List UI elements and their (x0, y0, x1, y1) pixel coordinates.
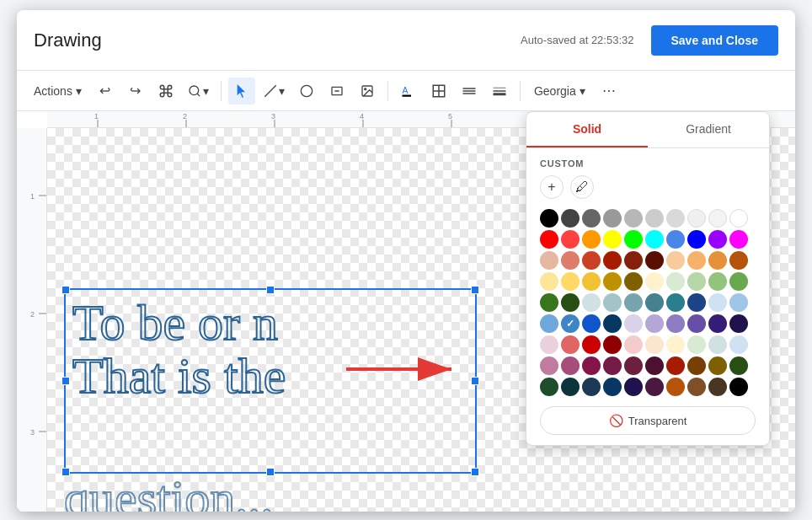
color-swatch[interactable] (687, 356, 706, 375)
redo-button[interactable]: ↪ (122, 78, 149, 105)
color-swatch[interactable] (603, 209, 622, 228)
color-swatch[interactable] (666, 209, 685, 228)
actions-button[interactable]: Actions ▾ (27, 81, 88, 101)
select-tool-button[interactable] (228, 78, 255, 105)
color-swatch[interactable] (582, 378, 601, 396)
color-swatch[interactable] (561, 293, 580, 312)
color-swatch[interactable] (708, 272, 727, 291)
color-swatch[interactable] (603, 251, 622, 270)
color-swatch[interactable] (645, 335, 664, 354)
color-swatch[interactable] (729, 314, 748, 333)
tab-gradient[interactable]: Gradient (648, 112, 769, 147)
color-swatch[interactable] (561, 272, 580, 291)
handle-tm[interactable] (266, 286, 275, 294)
image-tool-button[interactable] (354, 78, 381, 105)
color-swatch[interactable] (645, 314, 664, 333)
color-swatch[interactable] (561, 314, 580, 333)
tab-solid[interactable]: Solid (526, 112, 648, 147)
textbox-tool-button[interactable] (323, 78, 350, 105)
color-swatch[interactable] (645, 356, 664, 375)
color-swatch[interactable] (582, 335, 601, 354)
handle-br[interactable] (471, 468, 479, 476)
line-tool-dropdown[interactable]: ▾ (259, 81, 290, 101)
color-swatch[interactable] (729, 209, 748, 228)
handle-tl[interactable] (61, 286, 70, 294)
color-swatch[interactable] (708, 335, 727, 354)
color-swatch[interactable] (666, 272, 685, 291)
color-swatch[interactable] (666, 230, 685, 249)
color-swatch[interactable] (603, 293, 622, 312)
color-swatch[interactable] (708, 356, 727, 375)
color-swatch[interactable] (624, 209, 643, 228)
color-swatch[interactable] (582, 209, 601, 228)
color-swatch[interactable] (687, 335, 706, 354)
color-swatch[interactable] (582, 230, 601, 249)
border-weight-button[interactable] (486, 78, 513, 105)
color-swatch[interactable] (603, 230, 622, 249)
color-swatch[interactable] (708, 230, 727, 249)
color-swatch[interactable] (582, 293, 601, 312)
color-swatch[interactable] (666, 314, 685, 333)
color-swatch[interactable] (624, 272, 643, 291)
eyedropper-button[interactable]: 🖊 (570, 175, 594, 199)
color-swatch[interactable] (561, 356, 580, 375)
color-swatch[interactable] (582, 272, 601, 291)
color-swatch[interactable] (540, 251, 558, 270)
line-style-button[interactable] (456, 78, 483, 105)
color-swatch[interactable] (729, 335, 748, 354)
color-swatch[interactable] (645, 209, 664, 228)
color-swatch[interactable] (729, 293, 748, 312)
color-swatch[interactable] (624, 293, 643, 312)
color-swatch[interactable] (603, 335, 622, 354)
color-swatch[interactable] (729, 356, 748, 375)
color-swatch[interactable] (666, 293, 685, 312)
more-options-button[interactable]: ⋯ (596, 78, 622, 105)
color-swatch[interactable] (540, 293, 558, 312)
color-swatch[interactable] (603, 272, 622, 291)
color-swatch[interactable] (729, 378, 748, 396)
color-swatch[interactable] (687, 230, 706, 249)
color-swatch[interactable] (729, 230, 748, 249)
color-swatch[interactable] (624, 378, 643, 396)
color-swatch[interactable] (561, 378, 580, 396)
color-swatch[interactable] (666, 335, 685, 354)
color-swatch[interactable] (687, 293, 706, 312)
handle-mr[interactable] (471, 377, 479, 385)
fill-color-button[interactable]: A (395, 78, 422, 105)
color-swatch[interactable] (708, 378, 727, 396)
shape-tool-button[interactable] (293, 78, 320, 105)
handle-ml[interactable] (61, 377, 70, 385)
color-swatch[interactable] (582, 356, 601, 375)
color-swatch[interactable] (540, 272, 558, 291)
color-swatch[interactable] (540, 356, 558, 375)
color-swatch[interactable] (687, 209, 706, 228)
handle-tr[interactable] (471, 286, 479, 294)
color-swatch[interactable] (540, 314, 558, 333)
color-swatch[interactable] (708, 293, 727, 312)
color-swatch[interactable] (561, 251, 580, 270)
color-swatch[interactable] (624, 356, 643, 375)
color-swatch[interactable] (687, 272, 706, 291)
color-swatch[interactable] (687, 251, 706, 270)
color-swatch[interactable] (708, 314, 727, 333)
border-color-button[interactable] (425, 78, 452, 105)
color-swatch[interactable] (645, 293, 664, 312)
color-swatch[interactable] (624, 251, 643, 270)
color-swatch[interactable] (666, 251, 685, 270)
font-family-select[interactable]: Georgia ▾ (527, 81, 592, 101)
color-swatch[interactable] (561, 230, 580, 249)
color-swatch[interactable] (540, 209, 558, 228)
color-swatch[interactable] (624, 230, 643, 249)
color-swatch[interactable] (582, 314, 601, 333)
color-swatch[interactable] (645, 272, 664, 291)
color-swatch[interactable] (540, 335, 558, 354)
color-swatch[interactable] (666, 378, 685, 396)
add-custom-color-button[interactable]: + (540, 175, 564, 199)
color-swatch[interactable] (687, 314, 706, 333)
transparent-button[interactable]: 🚫 Transparent (540, 406, 756, 435)
save-close-button[interactable]: Save and Close (651, 25, 779, 56)
color-swatch[interactable] (624, 314, 643, 333)
paint-format-button[interactable] (152, 78, 179, 105)
color-swatch[interactable] (561, 209, 580, 228)
color-swatch[interactable] (603, 356, 622, 375)
